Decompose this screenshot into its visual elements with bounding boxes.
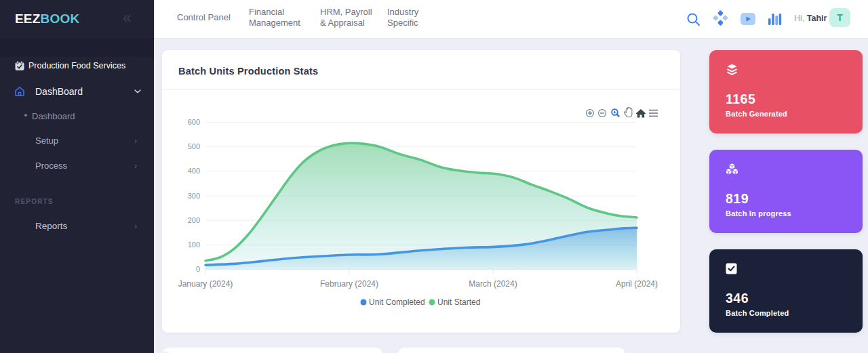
svg-text:400: 400 xyxy=(188,167,200,175)
svg-text:January (2024): January (2024) xyxy=(178,279,233,289)
svg-text:600: 600 xyxy=(188,118,200,126)
svg-text:March (2024): March (2024) xyxy=(469,279,517,289)
svg-text:200: 200 xyxy=(188,216,200,224)
svg-text:500: 500 xyxy=(188,142,200,150)
svg-text:300: 300 xyxy=(188,192,200,200)
svg-text:100: 100 xyxy=(188,241,200,249)
svg-text:February (2024): February (2024) xyxy=(320,279,378,289)
svg-text:Unit Completed: Unit Completed xyxy=(369,297,425,307)
svg-text:Unit Started: Unit Started xyxy=(437,297,480,307)
svg-text:0: 0 xyxy=(196,265,200,273)
svg-text:April (2024): April (2024) xyxy=(616,279,658,289)
